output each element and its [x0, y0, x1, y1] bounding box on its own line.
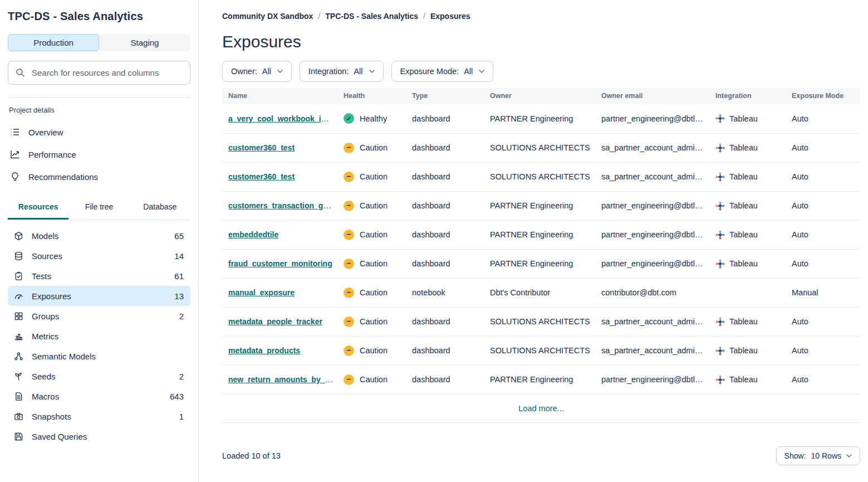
- health-status-label: Caution: [360, 346, 388, 355]
- health-cell: Caution: [337, 365, 406, 394]
- sidebar-item-sources[interactable]: Sources 14: [8, 246, 190, 266]
- exposure-name-cell: customer360_test: [222, 162, 337, 191]
- exposure-name-cell: fraud_customer_monitoring: [222, 249, 337, 278]
- owner-cell: SOLUTIONS ARCHITECTS: [484, 133, 595, 162]
- sidebar-item-groups[interactable]: Groups 2: [8, 306, 190, 326]
- resource-count: 13: [174, 291, 185, 301]
- production-toggle-button[interactable]: Production: [8, 34, 99, 51]
- sidebar-item-label: Sources: [32, 251, 62, 261]
- tableau-icon: [715, 317, 725, 327]
- sidebar-item-models[interactable]: Models 65: [8, 226, 190, 246]
- gauge-icon: [13, 291, 23, 301]
- column-header-exposure-mode: Exposure Mode: [786, 87, 860, 104]
- owner-email-cell: sa_partner_account_admin…: [595, 336, 709, 365]
- exposure-name-link[interactable]: fraud_customer_monitoring: [228, 259, 332, 268]
- cube-icon: [13, 231, 23, 241]
- exposure-mode-cell: Auto: [786, 249, 860, 278]
- health-status-icon: [344, 259, 354, 269]
- sidebar-item-performance[interactable]: Performance: [8, 143, 190, 165]
- filter-value: All: [354, 67, 362, 76]
- sidebar-item-saved-queries[interactable]: Saved Queries: [8, 426, 190, 446]
- health-cell: Caution: [337, 191, 406, 220]
- exposure-name-link[interactable]: manual_exposure: [228, 288, 295, 297]
- sidebar-item-label: Macros: [32, 392, 59, 401]
- breadcrumb-project[interactable]: TPC-DS - Sales Analytics: [325, 12, 418, 21]
- project-details-label: Project details: [9, 106, 190, 114]
- tab-database[interactable]: Database: [130, 197, 190, 220]
- share-nodes-icon: [13, 352, 23, 361]
- filter-value: All: [464, 67, 473, 76]
- filter-label: Owner:: [231, 67, 257, 76]
- column-header-owner: Owner: [484, 87, 595, 104]
- health-cell: Caution: [337, 133, 406, 162]
- integration-cell: [709, 278, 786, 307]
- health-status-icon: [344, 230, 354, 240]
- sidebar-item-metrics[interactable]: Metrics: [8, 326, 190, 346]
- exposure-mode-cell: Auto: [786, 162, 860, 191]
- health-cell: Healthy: [337, 104, 406, 133]
- sidebar-item-semantic-models[interactable]: Semantic Models: [8, 346, 190, 366]
- integration-filter-dropdown[interactable]: Integration: All: [300, 61, 384, 82]
- tableau-icon: [715, 172, 725, 182]
- breadcrumb: Community DX Sandbox / TPC-DS - Sales An…: [222, 12, 860, 21]
- exposure-mode-cell: Auto: [786, 336, 860, 365]
- breadcrumb-separator: /: [423, 12, 425, 21]
- exposure-name-cell: new_return_amounts_by_t…: [222, 365, 337, 394]
- exposure-mode-filter-dropdown[interactable]: Exposure Mode: All: [391, 61, 494, 82]
- owner-filter-dropdown[interactable]: Owner: All: [222, 61, 292, 82]
- search-icon: [16, 68, 25, 77]
- page-title: Exposures: [222, 32, 860, 51]
- resource-list: Models 65 Sources 14 Tests 61 Exposures …: [8, 220, 190, 446]
- sidebar-item-macros[interactable]: Macros 643: [8, 386, 190, 406]
- exposure-name-link[interactable]: new_return_amounts_by_t…: [228, 375, 335, 384]
- project-title: TPC-DS - Sales Analytics: [8, 10, 190, 23]
- exposure-mode-cell: Auto: [786, 307, 860, 336]
- exposure-name-link[interactable]: a_very_cool_workbook_i_…: [228, 114, 333, 123]
- show-rows-dropdown[interactable]: Show: 10 Rows: [776, 446, 860, 465]
- exposure-name-link[interactable]: embeddedtile: [228, 230, 278, 239]
- health-status-icon: [344, 172, 354, 182]
- tab-resources[interactable]: Resources: [8, 197, 68, 220]
- sidebar-item-recommendations[interactable]: Recommendations: [8, 165, 190, 188]
- column-header-owner-email: Owner email: [595, 87, 709, 104]
- integration-cell: Tableau: [709, 104, 786, 133]
- tab-file-tree[interactable]: File tree: [68, 197, 129, 220]
- tableau-icon: [715, 375, 725, 384]
- chevron-down-icon: [369, 70, 375, 73]
- column-header-integration: Integration: [709, 87, 786, 104]
- health-status-label: Caution: [360, 317, 388, 326]
- table-row: customers_transaction_gro… Caution dashb…: [222, 191, 860, 220]
- sidebar-item-seeds[interactable]: Seeds 2: [8, 366, 190, 386]
- type-cell: dashboard: [406, 162, 484, 191]
- exposure-name-link[interactable]: customer360_test: [228, 143, 295, 152]
- table-header-row: Name Health Type Owner Owner email Integ…: [222, 87, 860, 104]
- tableau-icon: [715, 201, 725, 211]
- owner-email-cell: partner_engineering@dbtla…: [595, 191, 709, 220]
- staging-toggle-button[interactable]: Staging: [99, 34, 190, 51]
- health-cell: Caution: [337, 278, 406, 307]
- sidebar-item-snapshots[interactable]: Snapshots 1: [8, 406, 190, 426]
- filter-label: Exposure Mode:: [400, 67, 459, 76]
- exposure-name-link[interactable]: metadata_people_tracker: [228, 317, 322, 326]
- exposure-name-link[interactable]: customers_transaction_gro…: [228, 201, 337, 210]
- search-box[interactable]: [8, 61, 190, 85]
- load-more-link[interactable]: Load more...: [518, 404, 563, 413]
- loaded-count-text: Loaded 10 of 13: [222, 451, 281, 460]
- health-status-label: Caution: [360, 172, 388, 181]
- exposure-mode-cell: Auto: [786, 365, 860, 394]
- health-cell: Caution: [337, 220, 406, 249]
- sidebar-item-overview[interactable]: Overview: [8, 121, 190, 143]
- sidebar-item-label: Seeds: [32, 372, 56, 381]
- breadcrumb-account[interactable]: Community DX Sandbox: [222, 12, 313, 21]
- resource-count: 14: [174, 251, 185, 261]
- exposure-name-link[interactable]: metadata_products: [228, 346, 300, 355]
- type-cell: dashboard: [406, 365, 484, 394]
- sidebar-item-exposures[interactable]: Exposures 13: [8, 286, 190, 306]
- exposure-name-link[interactable]: customer360_test: [228, 172, 295, 181]
- type-cell: dashboard: [406, 133, 484, 162]
- search-input[interactable]: [31, 67, 183, 78]
- sidebar-item-label: Performance: [28, 150, 76, 159]
- sidebar-item-tests[interactable]: Tests 61: [8, 266, 190, 286]
- sidebar-item-label: Exposures: [32, 291, 71, 301]
- integration-cell: Tableau: [709, 365, 786, 394]
